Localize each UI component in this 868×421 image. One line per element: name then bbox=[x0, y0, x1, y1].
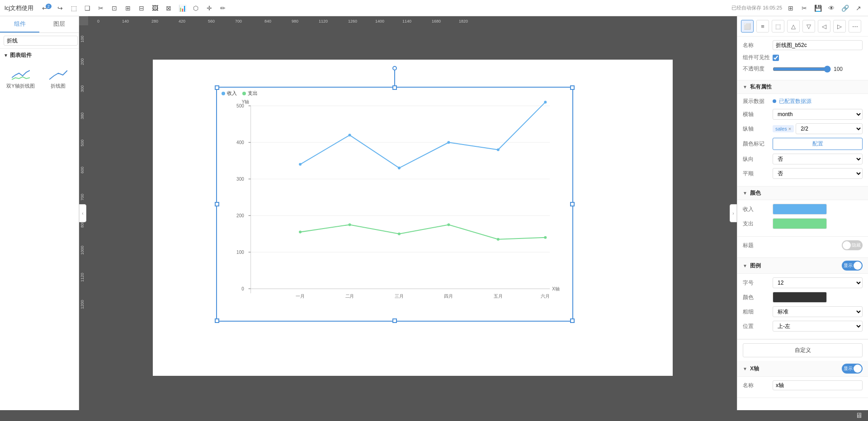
remove-sales-tag[interactable]: × bbox=[788, 126, 791, 131]
shape-btn[interactable]: ⬡ bbox=[191, 3, 201, 13]
y-axis-row: 纵轴 sales × 2/2 bbox=[743, 123, 863, 134]
svg-text:700: 700 bbox=[235, 19, 242, 23]
legend-label: 图例 bbox=[750, 262, 761, 270]
grid-view-icon[interactable]: ⊞ bbox=[786, 3, 796, 13]
grid-btn[interactable]: ⊞ bbox=[123, 3, 133, 13]
svg-text:600: 600 bbox=[80, 167, 85, 173]
position-select[interactable]: 上-左 上-右 下-左 下-右 bbox=[773, 321, 863, 332]
autosave-info: 已经自动保存 16:05:25 bbox=[731, 5, 782, 11]
handle-tr[interactable] bbox=[570, 85, 575, 90]
opacity-slider[interactable] bbox=[773, 65, 831, 73]
svg-text:980: 980 bbox=[292, 19, 298, 23]
x-axis-toggle[interactable]: 显示 bbox=[842, 364, 863, 374]
smooth-select[interactable]: 否 是 bbox=[773, 168, 863, 179]
undo-btn[interactable]: ↩ 2 bbox=[42, 3, 52, 13]
crop-btn[interactable]: ⊡ bbox=[109, 3, 119, 13]
y-axis-tags: sales × 2/2 bbox=[773, 123, 863, 134]
legend-expense-label: 支出 bbox=[248, 90, 258, 97]
arrow-right-icon[interactable]: ▷ bbox=[833, 20, 846, 33]
svg-point-57 bbox=[397, 167, 400, 169]
color-section-header[interactable]: ▼ 颜色 bbox=[737, 187, 868, 200]
align-center-icon[interactable]: ≡ bbox=[756, 20, 769, 33]
x-axis-section-label: X轴 bbox=[750, 365, 759, 373]
share-icon[interactable]: ↗ bbox=[854, 3, 863, 13]
x-axis-section-header[interactable]: ▼ X轴 显示 bbox=[737, 361, 868, 377]
svg-text:1120: 1120 bbox=[80, 273, 85, 282]
handle-tl[interactable] bbox=[215, 85, 219, 90]
vertical-select[interactable]: 否 是 bbox=[773, 154, 863, 164]
display-data-label: 展示数据 bbox=[743, 98, 770, 105]
x-axis-select[interactable]: month bbox=[773, 109, 863, 120]
legend-header[interactable]: ▼ 图例 显示 bbox=[737, 258, 868, 274]
name-input[interactable] bbox=[773, 40, 863, 50]
svg-point-58 bbox=[447, 141, 450, 144]
search-input[interactable] bbox=[4, 36, 78, 46]
tab-layers[interactable]: 图层 bbox=[39, 16, 79, 33]
triangle-up-icon[interactable]: △ bbox=[787, 20, 800, 33]
chart-btn[interactable]: 📊 bbox=[177, 3, 187, 13]
legend-toggle[interactable]: 显示 bbox=[842, 261, 863, 271]
expense-color-swatch[interactable] bbox=[773, 218, 827, 229]
name-section: 名称 组件可见性 不透明度 100 bbox=[737, 37, 868, 80]
copy-btn[interactable]: ⬚ bbox=[69, 3, 79, 13]
align-left-icon[interactable]: ⬜ bbox=[741, 20, 754, 33]
main-layout: 组件 图层 🔍 ✕ ▼ 图表组件 双Y轴折线图 bbox=[0, 16, 868, 410]
paste-btn[interactable]: ❑ bbox=[82, 3, 92, 13]
svg-point-66 bbox=[544, 236, 547, 239]
position-row: 位置 上-左 上-右 下-左 下-右 bbox=[743, 321, 863, 332]
cut-btn[interactable]: ✂ bbox=[96, 3, 106, 13]
data-source-link[interactable]: 已配置数据源 bbox=[779, 98, 811, 104]
more-icon[interactable]: ⋯ bbox=[849, 20, 861, 33]
undo-badge: 2 bbox=[46, 4, 52, 9]
img-btn[interactable]: 🖼 bbox=[150, 3, 160, 13]
line-chart-component[interactable]: 折线图 bbox=[41, 65, 75, 92]
save-icon[interactable]: 💾 bbox=[813, 3, 823, 13]
legend-color-swatch[interactable] bbox=[773, 292, 827, 303]
left-collapse-handle[interactable]: ‹ bbox=[79, 204, 86, 222]
svg-text:700: 700 bbox=[80, 194, 85, 201]
tab-components[interactable]: 组件 bbox=[0, 16, 39, 33]
x-axis-name-row: 名称 bbox=[743, 380, 863, 390]
chart-components-section[interactable]: ▼ 图表组件 bbox=[0, 49, 79, 62]
x-axis-name-input[interactable] bbox=[773, 380, 863, 390]
redo-btn[interactable]: ↪ bbox=[55, 3, 65, 13]
weight-select[interactable]: 标准 加粗 bbox=[773, 306, 863, 317]
expense-color-row: 支出 bbox=[743, 218, 863, 229]
pen-btn[interactable]: ✏ bbox=[218, 3, 228, 13]
monitor-icon[interactable]: 🖥 bbox=[855, 412, 863, 420]
right-panel: ⬜ ≡ ⬚ △ ▽ ◁ ▷ ⋯ 名称 组件可见性 不透明度 100 bbox=[737, 16, 868, 410]
font-size-select[interactable]: 12 14 16 bbox=[773, 277, 863, 288]
border-icon[interactable]: ⬚ bbox=[772, 20, 784, 33]
x-axis-chevron: ▼ bbox=[743, 366, 747, 371]
name-label: 名称 bbox=[743, 42, 770, 49]
preview-icon[interactable]: 👁 bbox=[826, 3, 836, 13]
color-mark-config-btn[interactable]: 配置 bbox=[773, 138, 863, 150]
y-axis-count-select[interactable]: 2/2 bbox=[796, 123, 863, 134]
dual-axis-component[interactable]: 双Y轴折线图 bbox=[4, 65, 38, 92]
search-bar: 🔍 ✕ bbox=[0, 33, 79, 49]
move-btn[interactable]: ✛ bbox=[204, 3, 214, 13]
svg-point-63 bbox=[397, 233, 400, 235]
table-btn[interactable]: ⊠ bbox=[164, 3, 174, 13]
align-btn[interactable]: ⊟ bbox=[137, 3, 146, 13]
triangle-down-icon[interactable]: ▽ bbox=[802, 20, 815, 33]
svg-text:1120: 1120 bbox=[319, 19, 328, 23]
font-size-row: 字号 12 14 16 bbox=[743, 277, 863, 288]
right-collapse-handle[interactable]: › bbox=[730, 204, 737, 222]
color-chevron: ▼ bbox=[743, 191, 747, 196]
top-right-icons: ⊞ ✂ 💾 👁 🔗 ↗ bbox=[786, 3, 863, 13]
scissors-icon[interactable]: ✂ bbox=[799, 3, 809, 13]
arrow-left-icon[interactable]: ◁ bbox=[818, 20, 830, 33]
svg-point-62 bbox=[348, 223, 351, 226]
income-color-swatch[interactable] bbox=[773, 204, 827, 215]
private-props-header[interactable]: ▼ 私有属性 bbox=[737, 80, 868, 94]
left-tabs: 组件 图层 bbox=[0, 16, 79, 33]
handle-top[interactable] bbox=[392, 85, 397, 90]
link-icon[interactable]: 🔗 bbox=[840, 3, 850, 13]
legend-chevron: ▼ bbox=[743, 263, 747, 268]
visibility-checkbox[interactable] bbox=[773, 55, 779, 61]
customize-btn[interactable]: 自定义 bbox=[743, 343, 863, 357]
private-props-chevron: ▼ bbox=[743, 84, 747, 89]
title-toggle[interactable]: 隐藏 bbox=[842, 240, 863, 250]
chart-component[interactable]: 收入 支出 Y轴 bbox=[216, 87, 573, 322]
